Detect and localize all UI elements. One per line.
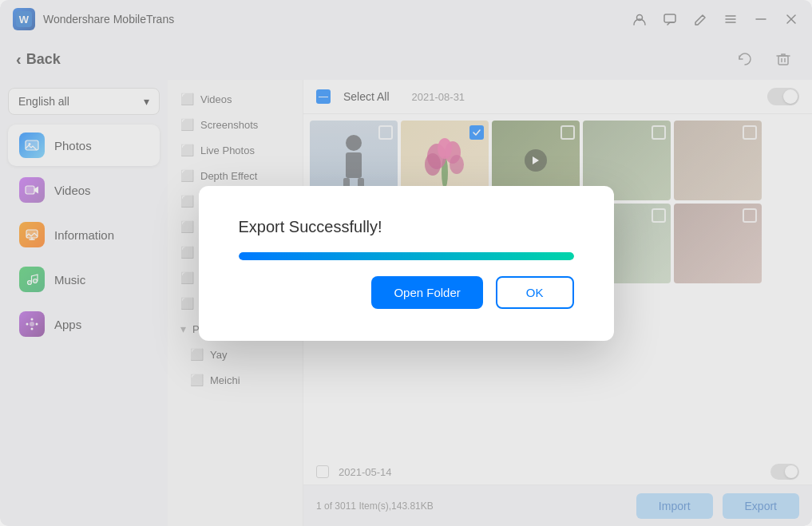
export-success-modal: Export Successfully! Open Folder OK (199, 186, 614, 341)
modal-title: Export Successfully! (239, 218, 382, 236)
app-window: W Wondershare MobileTrans (0, 0, 812, 526)
progress-bar (239, 252, 574, 260)
progress-fill (239, 252, 574, 260)
modal-buttons: Open Folder OK (239, 276, 574, 309)
modal-overlay: Export Successfully! Open Folder OK (0, 0, 812, 526)
open-folder-button[interactable]: Open Folder (371, 276, 482, 309)
ok-button[interactable]: OK (496, 276, 574, 309)
